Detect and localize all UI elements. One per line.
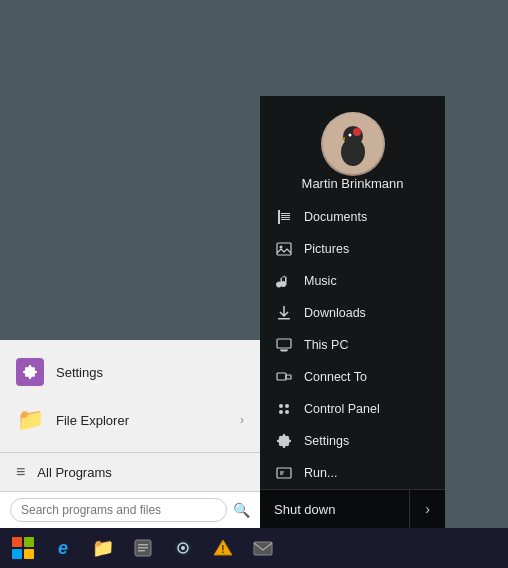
right-menu-item-music[interactable]: Music bbox=[260, 265, 445, 297]
svg-point-4 bbox=[348, 134, 351, 137]
list-icon: ≡ bbox=[16, 463, 25, 481]
control-panel-label: Control Panel bbox=[304, 402, 380, 416]
taskbar-app4-button[interactable] bbox=[124, 529, 162, 567]
all-programs-bar[interactable]: ≡ All Programs bbox=[0, 452, 260, 491]
svg-rect-7 bbox=[281, 213, 290, 214]
shutdown-bar: Shut down › bbox=[260, 489, 445, 528]
warning-icon: ! bbox=[213, 538, 233, 558]
right-menu-item-documents[interactable]: Documents bbox=[260, 201, 445, 233]
right-menu-item-connect-to[interactable]: Connect To bbox=[260, 361, 445, 393]
taskbar: e 📁 ! bbox=[0, 528, 508, 568]
taskbar-app4-icon bbox=[133, 538, 153, 558]
svg-rect-6 bbox=[278, 210, 280, 224]
this-pc-label: This PC bbox=[304, 338, 348, 352]
start-menu: Settings 📁 File Explorer › ≡ All Program… bbox=[0, 96, 445, 528]
user-name[interactable]: Martin Brinkmann bbox=[302, 176, 404, 191]
svg-point-3 bbox=[353, 128, 361, 136]
svg-rect-10 bbox=[281, 219, 290, 220]
folder-icon-container: 📁 bbox=[16, 406, 44, 434]
search-bar: 🔍 bbox=[0, 491, 260, 528]
file-explorer-label: File Explorer bbox=[56, 413, 129, 428]
settings-label: Settings bbox=[56, 365, 103, 380]
music-label: Music bbox=[304, 274, 337, 288]
svg-point-20 bbox=[279, 404, 283, 408]
svg-rect-8 bbox=[281, 215, 290, 216]
svg-text:!: ! bbox=[221, 544, 224, 555]
search-input[interactable] bbox=[10, 498, 227, 522]
settings-icon-container bbox=[16, 358, 44, 386]
settings-gear-icon bbox=[22, 364, 38, 380]
right-menu-item-settings[interactable]: Settings bbox=[260, 425, 445, 457]
right-menu-item-downloads[interactable]: Downloads bbox=[260, 297, 445, 329]
right-menu-item-run[interactable]: Run... bbox=[260, 457, 445, 489]
all-programs-label: All Programs bbox=[37, 465, 111, 480]
documents-icon bbox=[274, 209, 294, 225]
chevron-right-icon: › bbox=[240, 413, 244, 427]
settings-right-icon bbox=[274, 433, 294, 449]
settings-right-label: Settings bbox=[304, 434, 349, 448]
right-menu-item-pictures[interactable]: Pictures bbox=[260, 233, 445, 265]
pictures-label: Pictures bbox=[304, 242, 349, 256]
right-menu-item-this-pc[interactable]: This PC bbox=[260, 329, 445, 361]
svg-rect-14 bbox=[277, 339, 291, 348]
folder-icon: 📁 bbox=[17, 407, 44, 433]
shutdown-button[interactable]: Shut down bbox=[260, 492, 409, 527]
windows-logo-icon bbox=[12, 537, 34, 559]
shutdown-label: Shut down bbox=[274, 502, 335, 517]
run-label: Run... bbox=[304, 466, 337, 480]
start-button[interactable] bbox=[4, 529, 42, 567]
right-menu-item-control-panel[interactable]: Control Panel bbox=[260, 393, 445, 425]
run-icon bbox=[274, 465, 294, 481]
control-panel-icon bbox=[274, 401, 294, 417]
taskbar-ie-button[interactable]: e bbox=[44, 529, 82, 567]
search-icon[interactable]: 🔍 bbox=[233, 502, 250, 518]
user-section: Martin Brinkmann bbox=[260, 96, 445, 201]
svg-rect-11 bbox=[277, 243, 291, 255]
shutdown-arrow-button[interactable]: › bbox=[409, 490, 445, 528]
svg-rect-13 bbox=[278, 318, 290, 320]
svg-rect-24 bbox=[277, 468, 291, 478]
this-pc-icon bbox=[274, 337, 294, 353]
taskbar-mail-button[interactable] bbox=[244, 529, 282, 567]
settings-icon-bg bbox=[16, 358, 44, 386]
svg-rect-30 bbox=[138, 550, 145, 552]
menu-items-list: Settings 📁 File Explorer › bbox=[0, 340, 260, 452]
connect-to-label: Connect To bbox=[304, 370, 367, 384]
menu-item-settings[interactable]: Settings bbox=[0, 348, 260, 396]
svg-rect-28 bbox=[138, 544, 148, 546]
taskbar-folder-button[interactable]: 📁 bbox=[84, 529, 122, 567]
svg-point-2 bbox=[343, 126, 363, 146]
svg-point-33 bbox=[181, 546, 185, 550]
svg-point-23 bbox=[285, 410, 289, 414]
pictures-icon bbox=[274, 241, 294, 257]
connect-to-icon bbox=[274, 369, 294, 385]
taskbar-folder-icon: 📁 bbox=[92, 537, 114, 559]
taskbar-warning-button[interactable]: ! bbox=[204, 529, 242, 567]
downloads-icon bbox=[274, 305, 294, 321]
taskbar-steam-button[interactable] bbox=[164, 529, 202, 567]
steam-icon bbox=[173, 538, 193, 558]
svg-rect-18 bbox=[286, 375, 291, 379]
downloads-label: Downloads bbox=[304, 306, 366, 320]
right-panel: Martin Brinkmann Documents Pictures Musi… bbox=[260, 96, 445, 528]
svg-rect-36 bbox=[254, 542, 272, 555]
ie-icon: e bbox=[58, 538, 68, 559]
menu-item-file-explorer[interactable]: 📁 File Explorer › bbox=[0, 396, 260, 444]
avatar-image bbox=[323, 114, 383, 174]
music-icon bbox=[274, 273, 294, 289]
svg-point-21 bbox=[285, 404, 289, 408]
documents-label: Documents bbox=[304, 210, 367, 224]
mail-icon bbox=[253, 538, 273, 558]
svg-point-22 bbox=[279, 410, 283, 414]
left-panel: Settings 📁 File Explorer › ≡ All Program… bbox=[0, 340, 260, 528]
svg-rect-29 bbox=[138, 547, 148, 549]
svg-rect-17 bbox=[277, 373, 286, 380]
svg-point-12 bbox=[280, 246, 283, 249]
svg-rect-9 bbox=[281, 217, 290, 218]
user-avatar[interactable] bbox=[321, 112, 385, 176]
